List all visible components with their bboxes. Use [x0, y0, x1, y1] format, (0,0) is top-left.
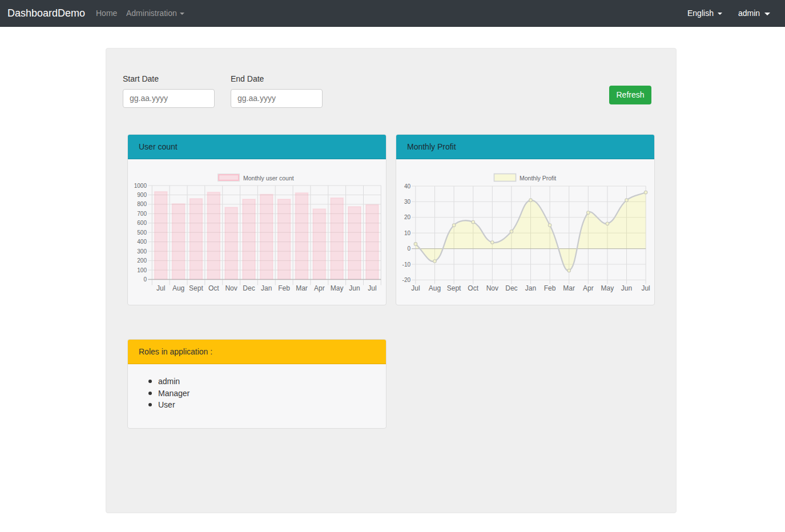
svg-text:Jun: Jun — [621, 284, 632, 292]
svg-text:10: 10 — [404, 230, 411, 236]
svg-text:Jul: Jul — [641, 284, 650, 292]
svg-text:Jun: Jun — [349, 284, 360, 292]
svg-text:May: May — [601, 284, 614, 292]
svg-text:Nov: Nov — [225, 284, 237, 292]
svg-text:Monthly Profit: Monthly Profit — [520, 175, 556, 182]
svg-text:Sept: Sept — [189, 284, 203, 292]
svg-text:500: 500 — [137, 229, 147, 236]
svg-text:Aug: Aug — [429, 284, 441, 292]
svg-text:Jul: Jul — [411, 284, 420, 292]
svg-text:30: 30 — [404, 199, 411, 205]
svg-text:Jul: Jul — [368, 284, 376, 292]
svg-text:Oct: Oct — [468, 284, 478, 292]
svg-text:-10: -10 — [402, 261, 411, 268]
svg-text:0: 0 — [143, 276, 147, 283]
svg-text:700: 700 — [137, 211, 147, 217]
svg-text:Jan: Jan — [261, 284, 272, 292]
svg-text:Jan: Jan — [525, 284, 536, 292]
svg-text:100: 100 — [137, 267, 147, 273]
svg-text:Sept: Sept — [447, 284, 461, 292]
svg-text:Apr: Apr — [583, 284, 594, 292]
svg-text:Aug: Aug — [172, 284, 184, 292]
svg-text:Dec: Dec — [505, 284, 517, 292]
svg-text:1000: 1000 — [134, 183, 147, 189]
svg-text:May: May — [331, 284, 344, 292]
svg-text:300: 300 — [137, 248, 147, 255]
svg-text:20: 20 — [404, 214, 411, 220]
svg-text:40: 40 — [404, 183, 411, 190]
svg-text:Dec: Dec — [243, 284, 255, 292]
svg-text:Nov: Nov — [486, 284, 498, 292]
svg-text:Jul: Jul — [156, 284, 165, 292]
svg-text:Feb: Feb — [544, 284, 556, 292]
svg-text:800: 800 — [137, 201, 147, 207]
svg-text:Mar: Mar — [563, 284, 575, 292]
svg-text:Mar: Mar — [296, 284, 308, 292]
svg-text:Monthly user count: Monthly user count — [243, 175, 294, 182]
svg-text:900: 900 — [137, 192, 147, 198]
svg-text:200: 200 — [137, 257, 147, 264]
svg-text:600: 600 — [137, 220, 147, 226]
svg-text:Oct: Oct — [208, 284, 219, 292]
svg-text:0: 0 — [407, 245, 410, 252]
svg-text:-20: -20 — [402, 277, 411, 283]
svg-text:400: 400 — [137, 239, 147, 245]
svg-text:Feb: Feb — [278, 284, 290, 292]
svg-text:Apr: Apr — [314, 284, 325, 292]
